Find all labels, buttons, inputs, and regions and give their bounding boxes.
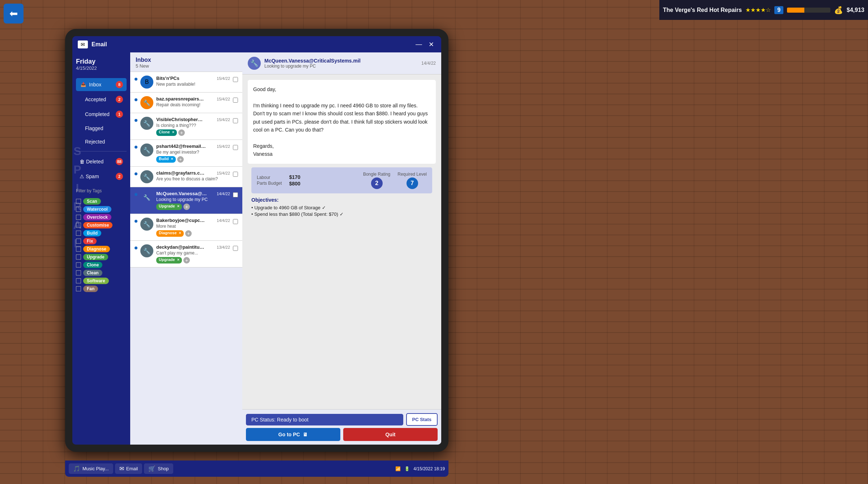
email-checkbox[interactable] (233, 246, 238, 251)
tag-pill-clone[interactable]: Clone (83, 262, 102, 268)
close-button[interactable]: ✕ (427, 40, 436, 48)
email-item[interactable]: BBits'n'PCs15/4/22New parts available! (130, 72, 242, 93)
taskbar-status: 📶 🔋 4/15/2022 18:19 (395, 466, 445, 471)
email-item[interactable]: 🔧pshart442@freemail.uk15/4/22Be my angel… (130, 140, 242, 167)
email-preview: Can't play my game... (156, 250, 230, 256)
tag-checkbox[interactable] (76, 262, 81, 267)
detail-actions: PC Status: Ready to boot PC Stats Go to … (242, 409, 441, 445)
tag-pill-overclock[interactable]: Overclock (83, 214, 111, 220)
pc-status-bar: PC Status: Ready to boot (246, 414, 403, 425)
tag-close-icon[interactable]: × (179, 231, 181, 235)
email-checkbox[interactable] (233, 77, 238, 82)
email-avatar: 🔧 (140, 96, 153, 109)
email-sender-row: pshart442@freemail.uk15/4/22 (156, 144, 230, 149)
date-section: Friday 4/15/2022 (76, 58, 127, 71)
nav-completed-label: Completed (85, 111, 116, 117)
tag-checkbox[interactable] (76, 286, 81, 291)
minimize-button[interactable]: — (414, 40, 424, 48)
email-item[interactable]: 🔧McQueen.Vanessa@CriticalS...14/4/22Look… (130, 187, 242, 214)
tag-pill-software[interactable]: Software (83, 278, 109, 284)
app-window: ✉ Email — ✕ Friday 4/15/2022 📥 Inbox 8 (72, 36, 441, 445)
email-item[interactable]: 🔧claims@grayfarrs.co.uk15/4/22Are you fr… (130, 167, 242, 187)
add-tag-button[interactable]: + (178, 129, 185, 136)
add-tag-button[interactable]: + (183, 257, 190, 264)
tag-pill-fix[interactable]: Fix (83, 238, 97, 244)
email-signature: Vanessa (253, 150, 430, 158)
app-name: Email (92, 41, 414, 48)
nav-flagged[interactable]: Flagged (76, 123, 127, 134)
email-item[interactable]: 🔧baz.sparesnrepairs@superm...15/4/22Repa… (130, 93, 242, 113)
email-content: deckydan@paintitup.com13/4/22Can't play … (156, 244, 230, 264)
add-tag-button[interactable]: + (177, 156, 184, 163)
tag-close-icon[interactable]: × (171, 157, 173, 161)
spiral-text: SPIRAL (71, 145, 84, 255)
pc-status-text: PC Status: Ready to boot (251, 417, 309, 423)
email-checkbox[interactable] (233, 98, 238, 103)
email-regards: Regards, (253, 142, 430, 150)
exit-button[interactable]: ⬅ (4, 4, 24, 23)
email-checkbox[interactable] (233, 145, 238, 150)
email-content: claims@grayfarrs.co.uk15/4/22Are you fre… (156, 170, 230, 181)
tag-pill-watercool[interactable]: Watercool (83, 206, 111, 213)
email-preview: Looking to upgrade my PC (156, 197, 230, 202)
email-tag[interactable]: Diagnose × (156, 230, 184, 237)
pc-stats-button[interactable]: PC Stats (406, 413, 438, 426)
tag-row: Clean (76, 270, 127, 276)
email-avatar: 🔧 (140, 117, 153, 130)
email-sender-row: Bakerboyjoe@cupcakesupre...14/4/22 (156, 218, 230, 223)
email-item[interactable]: 🔧Bakerboyjoe@cupcakesupre...14/4/22More … (130, 214, 242, 241)
tag-checkbox[interactable] (76, 278, 81, 283)
date-full: 4/15/2022 (76, 65, 127, 71)
email-item[interactable]: 🔧VisibleChristopher@Christop...15/4/22Is… (130, 113, 242, 140)
go-to-pc-button[interactable]: Go to PC 🖥 (246, 428, 340, 441)
labour-value: $170 (289, 174, 300, 180)
tag-close-icon[interactable]: × (172, 130, 174, 134)
tag-close-icon[interactable]: × (177, 204, 179, 208)
tag-pill-upgrade[interactable]: Upgrade (83, 254, 108, 260)
email-date: 14/4/22 (217, 192, 230, 196)
nav-inbox[interactable]: 📥 Inbox 8 (76, 78, 127, 91)
email-checkbox[interactable] (233, 118, 238, 123)
taskbar-email[interactable]: ✉ Email (115, 463, 142, 474)
taskbar-music[interactable]: 🎵 Music Play... (69, 463, 113, 474)
add-tag-button[interactable]: + (185, 230, 192, 237)
add-tag-button[interactable]: + (183, 204, 190, 210)
email-tag[interactable]: Clone × (156, 129, 177, 136)
tag-pill-fan[interactable]: Fan (83, 286, 98, 292)
tablet-frame: ✉ Email — ✕ Friday 4/15/2022 📥 Inbox 8 (65, 29, 448, 452)
email-list-scroll[interactable]: BBits'n'PCs15/4/22New parts available!🔧b… (130, 72, 242, 445)
player-level: 9 (774, 6, 783, 14)
detail-subject: Looking to upgrade my PC (264, 64, 418, 69)
tag-pill-customise[interactable]: Customise (83, 222, 112, 228)
quit-button[interactable]: Quit (343, 428, 438, 441)
tag-close-icon[interactable]: × (177, 257, 179, 262)
tag-pill-diagnose[interactable]: Diagnose (83, 246, 110, 252)
tag-pill-clean[interactable]: Clean (83, 270, 102, 276)
email-tag[interactable]: Build × (156, 156, 176, 163)
nav-completed[interactable]: Completed 1 (76, 108, 127, 121)
email-card: Good day, I'm thinking I need to upgrade… (248, 80, 436, 164)
email-tags: Upgrade ×+ (156, 257, 230, 264)
email-tag[interactable]: Upgrade × (156, 257, 182, 264)
email-checkbox[interactable] (233, 172, 238, 177)
window-controls: — ✕ (414, 40, 436, 48)
email-preview: Repair deals incoming! (156, 102, 230, 107)
tag-checkbox[interactable] (76, 254, 81, 260)
tag-pill-build[interactable]: Build (83, 230, 101, 236)
tag-row: Clone (76, 262, 127, 268)
pc-status-row: PC Status: Ready to boot PC Stats (246, 413, 438, 426)
detail-from: McQueen.Vanessa@CriticalSystems.mil (264, 58, 418, 64)
email-date: 15/4/22 (217, 97, 230, 101)
tag-pill-scan[interactable]: Scan (83, 198, 101, 205)
inbox-badge: 8 (116, 81, 123, 88)
email-sender: pshart442@freemail.uk (156, 144, 207, 149)
email-tag[interactable]: Upgrade × (156, 204, 182, 210)
nav-accepted[interactable]: Accepted 2 (76, 93, 127, 106)
tag-checkbox[interactable] (76, 270, 81, 275)
job-info-panel: Labour Parts Budget $170 $800 Bongle Rat… (251, 167, 432, 193)
email-checkbox[interactable] (233, 192, 238, 197)
email-item[interactable]: 🔧deckydan@paintitup.com13/4/22Can't play… (130, 241, 242, 267)
email-checkbox[interactable] (233, 219, 238, 224)
email-taskbar-icon: ✉ (119, 465, 124, 472)
taskbar-shop[interactable]: 🛒 Shop (144, 463, 173, 474)
